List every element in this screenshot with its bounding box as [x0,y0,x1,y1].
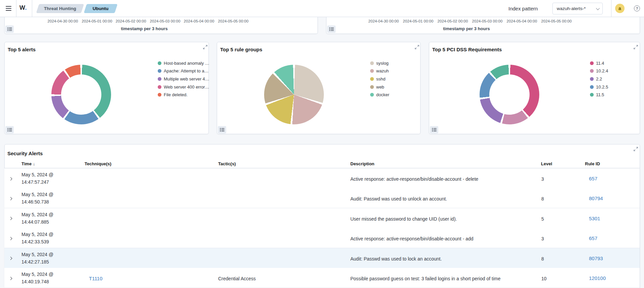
legend-item[interactable]: Apache: Attempt to a… [158,68,209,74]
index-pattern-label: Index pattern [508,6,538,11]
cell-description: Audit: Passwd was used to unlock an acco… [350,196,447,201]
legend-label: 11.4 [596,61,604,66]
legend-label: Multiple web server 4… [164,76,209,81]
legend-dot-icon [158,69,161,73]
panel-title: Top 5 rule groups [220,47,262,52]
legend-label: web [376,84,384,90]
expand-panel-icon[interactable] [202,45,208,51]
legend-dot-icon [158,93,161,97]
cell-time: 14:47:57.247 [21,179,49,185]
column-header-time[interactable]: Time↓ [21,161,35,166]
expand-row-icon[interactable] [7,176,13,182]
legend-item[interactable]: Multiple web server 4… [158,75,209,82]
menu-icon[interactable] [4,4,12,12]
x-axis-tick: 2024-05-02 00:00 [438,19,468,23]
avatar[interactable]: a [615,4,625,13]
legend-toggle-icon[interactable] [5,25,14,33]
x-axis-tick: 2024-04-30 00:00 [368,19,399,23]
cell-description: Audit: Passwd was used to lock an accoun… [350,256,442,262]
help-icon[interactable]: ? [634,5,640,11]
x-axis-tick: 2024-05-04 00:00 [184,19,214,23]
cell-level: 3 [541,176,544,182]
cell-time: May 5, 2024 @ [21,232,53,237]
cell-time: 14:44:07.885 [21,219,49,225]
cell-description: Possible password guess on test: 3 faile… [350,276,500,281]
panel-title: Security Alerts [7,151,43,156]
legend-item[interactable]: Web server 400 error… [158,83,209,90]
expand-panel-icon[interactable] [633,147,639,153]
legend-label: wazuh [376,68,389,73]
legend-dot-icon [590,61,594,65]
legend-item[interactable]: 11.4 [590,60,604,66]
legend-item[interactable]: sshd [370,75,385,82]
panel-title: Top 5 PCI DSS Requirements [432,47,502,52]
cell-time: May 5, 2024 @ [21,272,53,277]
expand-row-icon[interactable] [7,235,13,241]
wazuh-logo[interactable]: W. [19,4,27,11]
rule-id-link[interactable]: 5301 [589,216,600,221]
legend-item[interactable]: 10.2.4 [590,68,608,74]
chevron-right-icon [9,277,12,280]
chevron-right-icon [9,217,12,220]
donut-chart[interactable] [480,65,539,124]
rule-id-link[interactable]: 120100 [589,275,606,281]
legend-label: File deleted. [164,92,188,97]
pie-chart[interactable] [264,65,324,124]
x-axis-tick: 2024-05-01 00:00 [82,19,112,23]
x-axis-tick: 2024-05-05 00:00 [541,19,572,23]
legend-dot-icon [590,93,594,97]
legend-item[interactable]: syslog [370,60,389,66]
legend-item[interactable]: Host-based anomaly … [158,60,209,66]
legend-item[interactable]: wazuh [370,68,389,74]
index-pattern-select[interactable]: wazuh-alerts-* [552,3,603,14]
column-header-rule-id: Rule ID [585,161,600,166]
column-header-technique: Technique(s) [85,161,111,166]
x-axis-tick: 2024-05-03 00:00 [472,19,503,23]
x-axis-tick: 2024-05-03 00:00 [150,19,181,23]
cell-time: May 5, 2024 @ [21,172,53,177]
expand-row-icon[interactable] [7,195,13,201]
legend-dot-icon [158,61,161,65]
topbar-divider [32,0,32,17]
chevron-right-icon [9,257,12,260]
expand-panel-icon[interactable] [633,45,639,51]
rule-id-link[interactable]: 657 [589,176,597,181]
expand-row-icon[interactable] [7,216,13,222]
legend-label: 11.5 [596,92,604,97]
legend-dot-icon [370,61,374,65]
legend-item[interactable]: web [370,83,384,90]
rule-id-link[interactable]: 80793 [589,255,603,261]
table-row: May 5, 2024 @14:40:19.748T1110Credential… [4,268,640,288]
expand-row-icon[interactable] [7,255,13,262]
legend-dot-icon [590,69,594,73]
legend-label: Host-based anomaly … [164,61,209,66]
legend-item[interactable]: docker [370,92,389,98]
cell-tactic: Credential Access [218,276,256,281]
x-axis-title: timestamp per 3 hours [443,26,490,31]
panel-title: Top 5 alerts [8,47,36,52]
legend-dot-icon [158,77,161,81]
legend-label: docker [376,92,389,97]
breadcrumb-threat-hunting[interactable]: Threat Hunting [36,4,84,13]
legend-label: Web server 400 error… [164,84,209,90]
donut-chart[interactable] [51,65,111,124]
technique-link[interactable]: T1110 [89,276,102,281]
legend-toggle-icon[interactable] [218,126,226,133]
breadcrumb-ubuntu[interactable]: Ubuntu [84,4,118,13]
rule-id-link[interactable]: 80794 [589,195,603,201]
expand-row-icon[interactable] [7,275,13,281]
legend-toggle-icon[interactable] [430,126,438,133]
expand-panel-icon[interactable] [414,45,420,51]
legend-item[interactable]: File deleted. [158,92,188,98]
chevron-right-icon [9,197,12,200]
legend-item[interactable]: 10.2.5 [590,83,608,90]
donut-hole [489,74,530,115]
legend-toggle-icon[interactable] [327,25,336,33]
legend-dot-icon [590,85,594,89]
rule-id-link[interactable]: 657 [589,235,597,241]
legend-item[interactable]: 2.2 [590,75,602,82]
legend-item[interactable]: 11.5 [590,92,604,98]
legend-dot-icon [590,77,594,81]
legend-toggle-icon[interactable] [5,126,14,133]
legend-dot-icon [370,69,374,73]
